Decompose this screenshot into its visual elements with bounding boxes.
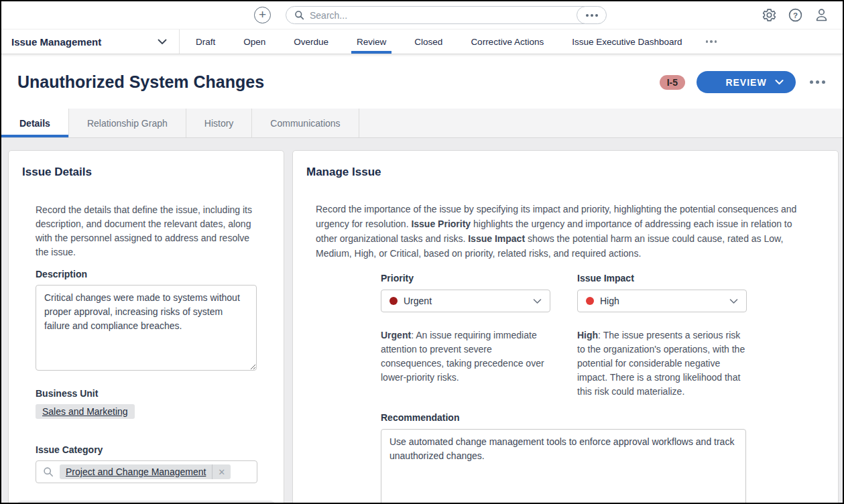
manage-issue-card: Manage Issue Record the importance of th… [292, 150, 839, 503]
business-unit-tag[interactable]: Sales and Marketing [36, 404, 135, 419]
next-field-partial [17, 501, 276, 503]
nav-tab-open[interactable]: Open [229, 29, 280, 54]
priority-help-text: Urgent: An issue requiring immediate att… [381, 328, 550, 385]
search-options-icon[interactable] [577, 6, 607, 24]
recommendation-label: Recommendation [381, 412, 825, 423]
tab-history[interactable]: History [186, 109, 253, 137]
priority-help-term: Urgent [381, 330, 411, 340]
help-icon[interactable]: ? [787, 7, 803, 23]
remove-tag-icon[interactable]: ✕ [212, 464, 231, 479]
impact-help-body: : The issue presents a serious risk to t… [577, 330, 745, 397]
description-label: Description [36, 269, 270, 279]
content-area: Issue Details Record the details that de… [1, 138, 843, 503]
intro-bold-issue-impact: Issue Impact [468, 233, 525, 244]
app-name: Issue Management [11, 36, 101, 48]
header-more-icon[interactable] [807, 78, 828, 86]
chevron-down-icon [729, 299, 738, 304]
topbar-icon-group: ? [761, 7, 829, 23]
issue-category-tag: Project and Change Management ✕ [60, 464, 231, 479]
top-bar: + ? [1, 1, 843, 29]
detail-tabs: Details Relationship Graph History Commu… [1, 109, 843, 138]
search-icon [294, 10, 304, 20]
tab-relationship-graph[interactable]: Relationship Graph [69, 109, 186, 137]
app-window: + ? [0, 0, 844, 504]
issue-impact-select[interactable]: High [577, 290, 747, 312]
issue-category-field[interactable]: Project and Change Management ✕ [36, 460, 257, 483]
svg-text:?: ? [792, 11, 797, 19]
recommendation-textarea[interactable]: Use automated change management tools to… [381, 429, 746, 503]
user-account-icon[interactable] [813, 7, 829, 23]
chevron-down-icon [775, 80, 784, 85]
issue-category-tag-label[interactable]: Project and Change Management [60, 464, 212, 479]
impact-high-dot-icon [586, 297, 594, 305]
nav-tab-issue-executive-dashboard[interactable]: Issue Executive Dashboard [558, 29, 696, 54]
priority-urgent-dot-icon [389, 297, 398, 305]
manage-issue-intro: Record the importance of the issue by sp… [316, 202, 813, 261]
issue-category-label: Issue Category [36, 444, 270, 455]
nav-tab-corrective-actions[interactable]: Corrective Actions [457, 29, 558, 54]
global-search[interactable] [286, 6, 606, 24]
tab-communications[interactable]: Communications [252, 109, 359, 137]
issue-id-badge: I-5 [660, 75, 685, 90]
priority-label: Priority [381, 273, 550, 284]
workflow-tabs: Draft Open Overdue Review Closed Correct… [182, 29, 726, 54]
intro-bold-issue-priority: Issue Priority [411, 218, 471, 229]
tab-details[interactable]: Details [1, 109, 69, 137]
priority-column: Priority Urgent Urgent: An issue requiri… [381, 273, 550, 399]
issue-details-title: Issue Details [22, 166, 270, 179]
priority-select[interactable]: Urgent [381, 290, 550, 312]
search-icon [43, 466, 54, 477]
issue-impact-label: Issue Impact [577, 273, 747, 284]
priority-value: Urgent [404, 296, 432, 306]
issue-details-card: Issue Details Record the details that de… [8, 150, 284, 503]
nav-tab-draft[interactable]: Draft [182, 29, 229, 54]
nav-tab-closed[interactable]: Closed [400, 29, 457, 54]
business-unit-label: Business Unit [36, 388, 270, 399]
nav-tab-review[interactable]: Review [343, 29, 400, 54]
issue-details-intro: Record the details that define the issue… [36, 203, 258, 259]
impact-help-term: High [577, 330, 598, 340]
impact-column: Issue Impact High High: The issue presen… [577, 273, 747, 399]
chevron-down-icon [533, 299, 542, 304]
header-actions: I-5 REVIEW [660, 71, 828, 93]
impact-help-text: High: The issue presents a serious risk … [577, 328, 747, 399]
nav-overflow-icon[interactable] [697, 29, 727, 54]
search-input[interactable] [310, 10, 575, 21]
chevron-down-icon [158, 39, 167, 45]
manage-issue-title: Manage Issue [306, 166, 825, 179]
workflow-state-label: REVIEW [725, 77, 766, 88]
nav-tab-overdue[interactable]: Overdue [280, 29, 343, 54]
page-title: Unauthorized System Changes [17, 72, 264, 92]
add-icon[interactable]: + [254, 7, 271, 23]
priority-impact-columns: Priority Urgent Urgent: An issue requiri… [381, 273, 825, 399]
settings-gear-icon[interactable] [761, 7, 777, 23]
issue-impact-value: High [600, 296, 619, 306]
description-textarea[interactable]: Critical changes were made to systems wi… [36, 285, 257, 371]
workflow-state-button[interactable]: REVIEW [697, 71, 796, 93]
page-header: Unauthorized System Changes I-5 REVIEW [1, 55, 843, 109]
app-switcher[interactable]: Issue Management [1, 29, 180, 54]
app-nav-bar: Issue Management Draft Open Overdue Revi… [1, 29, 843, 54]
